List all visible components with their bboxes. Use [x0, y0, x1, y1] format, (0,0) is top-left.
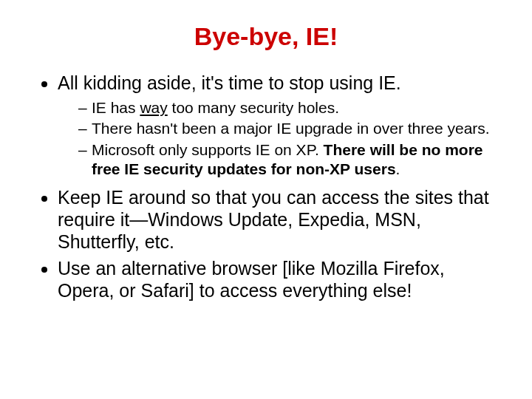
sub-bullet-1: IE has way too many security holes.: [78, 98, 502, 117]
sub-bullet-3: Microsoft only supports IE on XP. There …: [78, 140, 502, 180]
slide-title: Bye-bye, IE!: [30, 22, 502, 51]
sub-bullet-1-text-underline: way: [140, 99, 167, 116]
slide: Bye-bye, IE! All kidding aside, it's tim…: [0, 0, 532, 399]
bullet-1-text: All kidding aside, it's time to stop usi…: [58, 72, 401, 93]
sub-bullet-2-text: There hasn't been a major IE upgrade in …: [92, 120, 490, 137]
bullet-list: All kidding aside, it's time to stop usi…: [30, 72, 502, 301]
sub-bullet-1-text-a: IE has: [92, 99, 140, 116]
sub-bullet-2: There hasn't been a major IE upgrade in …: [78, 119, 502, 138]
bullet-2-text: Keep IE around so that you can access th…: [58, 187, 489, 252]
bullet-3: Use an alternative browser [like Mozilla…: [58, 257, 502, 301]
bullet-3-text: Use an alternative browser [like Mozilla…: [58, 258, 445, 301]
sub-bullet-3-text-a: Microsoft only supports IE on XP.: [92, 141, 324, 158]
sub-bullet-list: IE has way too many security holes. Ther…: [58, 98, 502, 179]
bullet-1: All kidding aside, it's time to stop usi…: [58, 72, 502, 179]
bullet-2: Keep IE around so that you can access th…: [58, 186, 502, 253]
sub-bullet-1-text-c: too many security holes.: [168, 99, 339, 116]
sub-bullet-3-text-c: .: [396, 160, 400, 177]
